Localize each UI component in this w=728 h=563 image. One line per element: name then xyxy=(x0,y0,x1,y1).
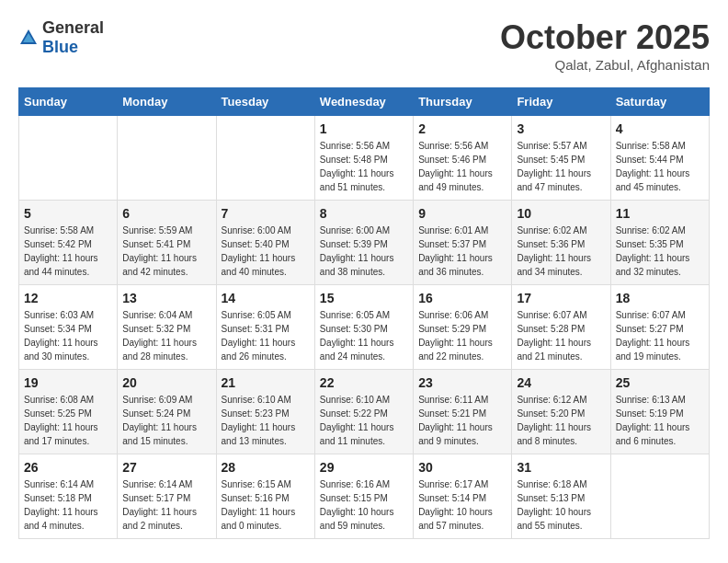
day-info: Sunrise: 5:57 AM Sunset: 5:45 PM Dayligh… xyxy=(517,139,605,194)
day-number: 18 xyxy=(616,291,704,305)
calendar-cell: 17Sunrise: 6:07 AM Sunset: 5:28 PM Dayli… xyxy=(512,285,610,370)
calendar-cell: 10Sunrise: 6:02 AM Sunset: 5:36 PM Dayli… xyxy=(512,201,610,285)
day-info: Sunrise: 6:07 AM Sunset: 5:28 PM Dayligh… xyxy=(517,308,605,363)
calendar-cell: 23Sunrise: 6:11 AM Sunset: 5:21 PM Dayli… xyxy=(414,370,512,454)
calendar-cell: 21Sunrise: 6:10 AM Sunset: 5:23 PM Dayli… xyxy=(216,370,314,454)
calendar-cell: 20Sunrise: 6:09 AM Sunset: 5:24 PM Dayli… xyxy=(118,370,216,454)
logo-text-blue: Blue xyxy=(42,38,78,56)
day-info: Sunrise: 6:17 AM Sunset: 5:14 PM Dayligh… xyxy=(418,477,506,533)
page-header: General Blue October 2025 Qalat, Zabul, … xyxy=(18,18,710,73)
calendar-title: October 2025 xyxy=(500,18,710,57)
calendar-week-row: 19Sunrise: 6:08 AM Sunset: 5:25 PM Dayli… xyxy=(19,370,710,454)
calendar-cell: 1Sunrise: 5:56 AM Sunset: 5:48 PM Daylig… xyxy=(314,116,413,201)
day-number: 3 xyxy=(517,121,605,136)
day-number: 8 xyxy=(320,206,408,221)
calendar-cell: 12Sunrise: 6:03 AM Sunset: 5:34 PM Dayli… xyxy=(19,285,118,370)
day-info: Sunrise: 6:07 AM Sunset: 5:27 PM Dayligh… xyxy=(616,308,704,363)
calendar-cell: 26Sunrise: 6:14 AM Sunset: 5:18 PM Dayli… xyxy=(19,454,118,539)
calendar-cell xyxy=(19,116,118,201)
calendar-cell: 13Sunrise: 6:04 AM Sunset: 5:32 PM Dayli… xyxy=(118,285,216,370)
day-info: Sunrise: 5:58 AM Sunset: 5:44 PM Dayligh… xyxy=(616,139,704,194)
day-number: 11 xyxy=(616,206,704,221)
calendar-cell: 27Sunrise: 6:14 AM Sunset: 5:17 PM Dayli… xyxy=(118,454,216,539)
day-number: 14 xyxy=(222,291,310,305)
day-number: 15 xyxy=(320,291,408,305)
day-number: 2 xyxy=(418,121,506,136)
day-number: 31 xyxy=(517,460,605,475)
calendar-cell: 11Sunrise: 6:02 AM Sunset: 5:35 PM Dayli… xyxy=(610,201,709,285)
calendar-cell xyxy=(118,116,216,201)
calendar-cell: 19Sunrise: 6:08 AM Sunset: 5:25 PM Dayli… xyxy=(19,370,118,454)
calendar-week-row: 26Sunrise: 6:14 AM Sunset: 5:18 PM Dayli… xyxy=(19,454,710,539)
day-number: 30 xyxy=(418,460,506,475)
calendar-cell: 2Sunrise: 5:56 AM Sunset: 5:46 PM Daylig… xyxy=(414,116,512,201)
day-info: Sunrise: 6:02 AM Sunset: 5:36 PM Dayligh… xyxy=(517,224,605,279)
day-info: Sunrise: 6:14 AM Sunset: 5:17 PM Dayligh… xyxy=(122,477,210,533)
day-info: Sunrise: 6:00 AM Sunset: 5:39 PM Dayligh… xyxy=(320,224,408,279)
calendar-cell: 3Sunrise: 5:57 AM Sunset: 5:45 PM Daylig… xyxy=(512,116,610,201)
logo-text-general: General xyxy=(42,18,104,37)
calendar-week-row: 5Sunrise: 5:58 AM Sunset: 5:42 PM Daylig… xyxy=(19,201,710,285)
day-number: 25 xyxy=(616,375,704,390)
day-number: 16 xyxy=(418,291,506,305)
day-number: 17 xyxy=(517,291,605,305)
calendar-cell: 30Sunrise: 6:17 AM Sunset: 5:14 PM Dayli… xyxy=(414,454,512,539)
day-info: Sunrise: 5:56 AM Sunset: 5:46 PM Dayligh… xyxy=(418,139,506,194)
calendar-cell: 18Sunrise: 6:07 AM Sunset: 5:27 PM Dayli… xyxy=(610,285,709,370)
calendar-cell: 25Sunrise: 6:13 AM Sunset: 5:19 PM Dayli… xyxy=(610,370,709,454)
calendar-cell xyxy=(610,454,709,539)
weekday-header-row: SundayMondayTuesdayWednesdayThursdayFrid… xyxy=(19,88,710,116)
day-number: 28 xyxy=(222,460,310,475)
day-info: Sunrise: 6:16 AM Sunset: 5:15 PM Dayligh… xyxy=(320,477,408,533)
day-info: Sunrise: 6:05 AM Sunset: 5:30 PM Dayligh… xyxy=(320,308,408,363)
weekday-header-tuesday: Tuesday xyxy=(216,88,314,116)
day-number: 6 xyxy=(122,206,210,221)
calendar-cell: 9Sunrise: 6:01 AM Sunset: 5:37 PM Daylig… xyxy=(414,201,512,285)
day-info: Sunrise: 6:12 AM Sunset: 5:20 PM Dayligh… xyxy=(517,393,605,448)
day-number: 10 xyxy=(517,206,605,221)
day-number: 7 xyxy=(222,206,310,221)
day-info: Sunrise: 6:03 AM Sunset: 5:34 PM Dayligh… xyxy=(24,308,112,363)
weekday-header-friday: Friday xyxy=(512,88,610,116)
day-info: Sunrise: 6:14 AM Sunset: 5:18 PM Dayligh… xyxy=(24,477,112,533)
weekday-header-saturday: Saturday xyxy=(610,88,709,116)
day-info: Sunrise: 6:06 AM Sunset: 5:29 PM Dayligh… xyxy=(418,308,506,363)
calendar-week-row: 12Sunrise: 6:03 AM Sunset: 5:34 PM Dayli… xyxy=(19,285,710,370)
day-info: Sunrise: 6:11 AM Sunset: 5:21 PM Dayligh… xyxy=(418,393,506,448)
calendar-cell: 6Sunrise: 5:59 AM Sunset: 5:41 PM Daylig… xyxy=(118,201,216,285)
day-number: 20 xyxy=(122,375,210,390)
day-info: Sunrise: 6:00 AM Sunset: 5:40 PM Dayligh… xyxy=(222,224,310,279)
day-number: 1 xyxy=(320,121,408,136)
calendar-cell xyxy=(216,116,314,201)
weekday-header-sunday: Sunday xyxy=(19,88,118,116)
day-number: 29 xyxy=(320,460,408,475)
calendar-cell: 22Sunrise: 6:10 AM Sunset: 5:22 PM Dayli… xyxy=(314,370,413,454)
day-number: 27 xyxy=(122,460,210,475)
calendar-cell: 15Sunrise: 6:05 AM Sunset: 5:30 PM Dayli… xyxy=(314,285,413,370)
day-number: 5 xyxy=(24,206,112,221)
day-info: Sunrise: 6:13 AM Sunset: 5:19 PM Dayligh… xyxy=(616,393,704,448)
calendar-cell: 8Sunrise: 6:00 AM Sunset: 5:39 PM Daylig… xyxy=(314,201,413,285)
day-info: Sunrise: 6:09 AM Sunset: 5:24 PM Dayligh… xyxy=(122,393,210,448)
calendar-cell: 16Sunrise: 6:06 AM Sunset: 5:29 PM Dayli… xyxy=(414,285,512,370)
calendar-cell: 28Sunrise: 6:15 AM Sunset: 5:16 PM Dayli… xyxy=(216,454,314,539)
day-number: 4 xyxy=(616,121,704,136)
day-info: Sunrise: 6:15 AM Sunset: 5:16 PM Dayligh… xyxy=(222,477,310,533)
day-info: Sunrise: 5:58 AM Sunset: 5:42 PM Dayligh… xyxy=(24,224,112,279)
day-info: Sunrise: 6:01 AM Sunset: 5:37 PM Dayligh… xyxy=(418,224,506,279)
calendar-table: SundayMondayTuesdayWednesdayThursdayFrid… xyxy=(18,87,710,539)
day-info: Sunrise: 6:10 AM Sunset: 5:22 PM Dayligh… xyxy=(320,393,408,448)
calendar-cell: 24Sunrise: 6:12 AM Sunset: 5:20 PM Dayli… xyxy=(512,370,610,454)
logo: General Blue xyxy=(18,18,104,57)
day-number: 21 xyxy=(222,375,310,390)
calendar-week-row: 1Sunrise: 5:56 AM Sunset: 5:48 PM Daylig… xyxy=(19,116,710,201)
weekday-header-thursday: Thursday xyxy=(414,88,512,116)
day-info: Sunrise: 6:04 AM Sunset: 5:32 PM Dayligh… xyxy=(122,308,210,363)
weekday-header-wednesday: Wednesday xyxy=(314,88,413,116)
day-number: 24 xyxy=(517,375,605,390)
calendar-cell: 7Sunrise: 6:00 AM Sunset: 5:40 PM Daylig… xyxy=(216,201,314,285)
day-info: Sunrise: 6:08 AM Sunset: 5:25 PM Dayligh… xyxy=(24,393,112,448)
calendar-cell: 5Sunrise: 5:58 AM Sunset: 5:42 PM Daylig… xyxy=(19,201,118,285)
day-number: 9 xyxy=(418,206,506,221)
day-number: 23 xyxy=(418,375,506,390)
